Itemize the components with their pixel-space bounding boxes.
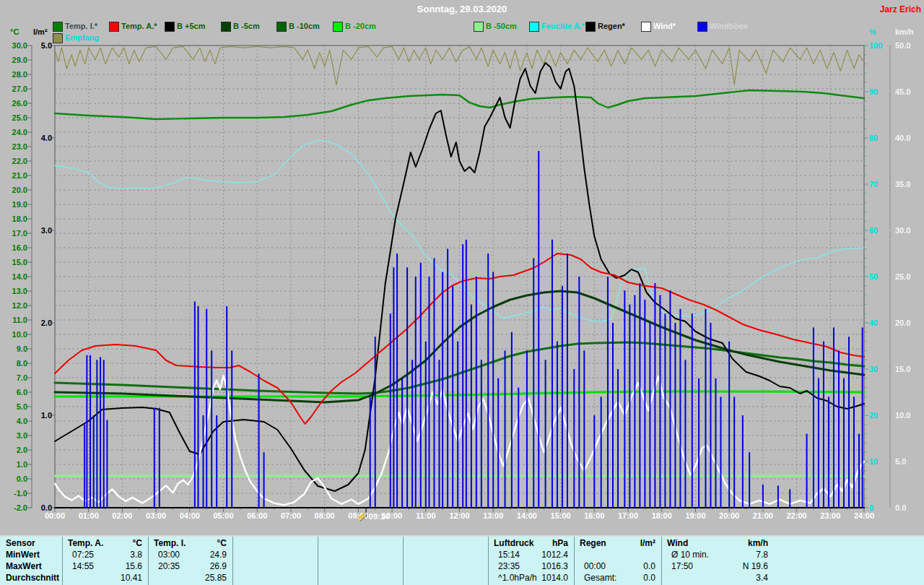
celsius-tick-label: 24.0 (6, 128, 27, 136)
pct-tick-label: 80 (869, 134, 878, 142)
table-divider (62, 537, 63, 585)
celsius-tick-label: 19.0 (6, 200, 27, 209)
kmh-tick-label: 5.0 (895, 457, 906, 466)
stat-col-unit: °C (68, 538, 142, 549)
hour-label: 23:00 (816, 511, 845, 520)
stat-cell-value: 7.8 (667, 550, 768, 560)
stat-col-unit: km/h (667, 538, 768, 549)
celsius-tick-label: 3.0 (6, 431, 27, 440)
hour-label: 03:00 (141, 511, 170, 520)
pct-tick-label: 50 (869, 272, 878, 281)
hour-label: 17:00 (614, 511, 642, 520)
stat-row-label: MaxWert (6, 561, 59, 572)
pct-tick-label: 20 (869, 411, 878, 420)
lm2-tick-label: 2.0 (35, 318, 52, 327)
celsius-tick-label: 14.0 (6, 272, 27, 281)
chart-plot-area[interactable] (0, 0, 924, 585)
celsius-tick-label: 1.0 (6, 460, 27, 469)
stat-cell-value: 10.41 (68, 573, 142, 584)
table-divider (574, 537, 575, 585)
celsius-tick-label: 5.0 (6, 402, 27, 411)
stat-col-unit: °C (154, 538, 227, 549)
celsius-tick-label: 27.0 (6, 84, 27, 93)
kmh-tick-label: 40.0 (895, 134, 910, 142)
time-cursor-marker[interactable]: ⚡ 09:14 (357, 512, 389, 521)
stat-cell-value: 25.85 (154, 573, 227, 584)
lm2-tick-label: 4.0 (35, 134, 52, 142)
lm2-tick-label: 5.0 (35, 41, 52, 50)
table-divider (232, 537, 233, 585)
hour-label: 16:00 (580, 511, 609, 520)
stats-table: SensorMinWertMaxWertDurchschnittTemp. A.… (0, 535, 924, 585)
pct-tick-label: 60 (869, 226, 878, 235)
hour-label: 14:00 (513, 511, 541, 520)
hour-label: 20:00 (715, 511, 744, 520)
hour-label: 15:00 (546, 511, 575, 520)
hour-label: 00:00 (40, 511, 69, 520)
hour-label: 12:00 (445, 511, 474, 520)
celsius-tick-label: -1.0 (6, 489, 27, 498)
stat-col-unit: hPa (494, 538, 568, 549)
celsius-tick-label: 0.0 (6, 474, 27, 483)
celsius-tick-label: -2.0 (6, 503, 27, 512)
celsius-tick-label: 13.0 (6, 287, 27, 295)
celsius-tick-label: 9.0 (6, 344, 27, 353)
kmh-tick-label: 45.0 (895, 87, 910, 96)
hour-label: 11:00 (411, 511, 440, 520)
stat-cell-value: 3.8 (68, 550, 142, 560)
stat-cell-value: 0.0 (580, 561, 655, 572)
celsius-tick-label: 16.0 (6, 243, 27, 252)
hour-label: 06:00 (243, 511, 271, 520)
celsius-tick-label: 30.0 (6, 41, 27, 50)
stat-cell-value: 26.9 (154, 561, 227, 572)
stat-cell-value: 15.6 (68, 561, 142, 572)
stat-cell-value: 1016.3 (494, 561, 568, 572)
celsius-tick-label: 22.0 (6, 157, 27, 165)
celsius-tick-label: 29.0 (6, 56, 27, 64)
hour-label: 18:00 (648, 511, 676, 520)
hour-label: 01:00 (74, 511, 103, 520)
hour-label: 21:00 (749, 511, 777, 520)
table-divider (318, 537, 318, 585)
pct-tick-label: 90 (869, 87, 878, 96)
celsius-tick-label: 20.0 (6, 186, 27, 194)
stat-cell-value: 1012.4 (494, 550, 568, 560)
pct-tick-label: 30 (869, 365, 878, 373)
stat-cell-value: 24.9 (154, 550, 227, 560)
hour-label: 24:00 (850, 511, 879, 520)
hour-label: 02:00 (108, 511, 136, 520)
kmh-tick-label: 35.0 (895, 180, 910, 188)
celsius-tick-label: 8.0 (6, 359, 27, 368)
celsius-tick-label: 11.0 (6, 316, 27, 324)
lm2-tick-label: 1.0 (35, 411, 52, 420)
pct-tick-label: 70 (869, 180, 878, 188)
stat-cell-value: 3.4 (667, 573, 768, 584)
hour-label: 07:00 (276, 511, 305, 520)
hour-label: 13:00 (479, 511, 507, 520)
cursor-time-label: 09:14 (369, 512, 389, 521)
celsius-tick-label: 26.0 (6, 99, 27, 108)
stat-row-label: MinWert (6, 550, 59, 560)
lightning-cursor-icon: ⚡ (357, 512, 367, 521)
celsius-tick-label: 28.0 (6, 70, 27, 79)
kmh-tick-label: 30.0 (895, 226, 910, 235)
kmh-tick-label: 25.0 (895, 272, 910, 281)
kmh-tick-label: 50.0 (895, 41, 910, 50)
table-divider (661, 537, 662, 585)
stat-cell-value: 0.0 (580, 573, 655, 584)
table-divider (488, 537, 489, 585)
hour-label: 08:00 (310, 511, 339, 520)
lm2-tick-label: 3.0 (35, 226, 52, 235)
celsius-tick-label: 17.0 (6, 229, 27, 238)
pct-tick-label: 10 (869, 457, 878, 466)
hour-label: 04:00 (175, 511, 204, 520)
celsius-tick-label: 21.0 (6, 171, 27, 180)
celsius-tick-label: 25.0 (6, 113, 27, 122)
table-divider (148, 537, 149, 585)
hour-label: 19:00 (681, 511, 710, 520)
table-divider (403, 537, 404, 585)
celsius-tick-label: 12.0 (6, 301, 27, 310)
celsius-tick-label: 7.0 (6, 373, 27, 382)
celsius-tick-label: 4.0 (6, 417, 27, 425)
stat-row-label: Sensor (6, 538, 59, 549)
